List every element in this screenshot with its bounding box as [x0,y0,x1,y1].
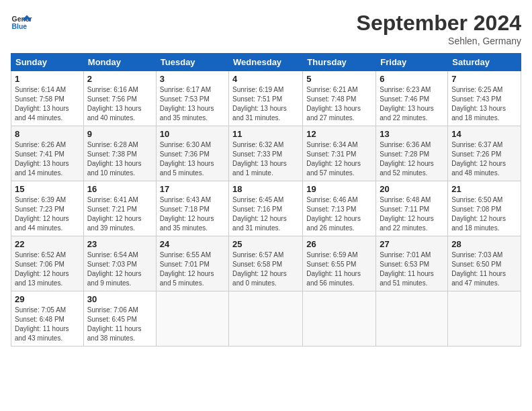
day-number: 1 [15,74,80,84]
calendar-day-cell: 4 Sunrise: 6:19 AM Sunset: 7:51 PM Dayli… [229,71,303,126]
calendar-day-cell: 25 Sunrise: 6:57 AM Sunset: 6:58 PM Dayl… [229,236,303,291]
calendar-day-cell: 29 Sunrise: 7:05 AM Sunset: 6:48 PM Dayl… [11,291,84,347]
calendar-week-row: 29 Sunrise: 7:05 AM Sunset: 6:48 PM Dayl… [11,291,521,347]
day-info: Sunrise: 6:17 AM Sunset: 7:53 PM Dayligh… [160,85,225,123]
day-info: Sunrise: 6:48 AM Sunset: 7:11 PM Dayligh… [380,195,444,233]
day-info: Sunrise: 6:57 AM Sunset: 6:58 PM Dayligh… [232,250,299,288]
calendar-day-cell: 18 Sunrise: 6:45 AM Sunset: 7:16 PM Dayl… [229,181,303,236]
calendar-day-cell: 8 Sunrise: 6:26 AM Sunset: 7:41 PM Dayli… [11,126,84,181]
day-number: 7 [451,74,517,84]
calendar-week-row: 15 Sunrise: 6:39 AM Sunset: 7:23 PM Dayl… [11,181,521,236]
day-info: Sunrise: 6:36 AM Sunset: 7:28 PM Dayligh… [380,140,444,178]
day-info: Sunrise: 6:32 AM Sunset: 7:33 PM Dayligh… [232,140,299,178]
day-number: 14 [451,129,517,139]
day-info: Sunrise: 6:46 AM Sunset: 7:13 PM Dayligh… [306,195,372,233]
day-info: Sunrise: 6:54 AM Sunset: 7:03 PM Dayligh… [87,250,152,288]
calendar-day-cell: 27 Sunrise: 7:01 AM Sunset: 6:53 PM Dayl… [376,236,448,291]
day-info: Sunrise: 6:41 AM Sunset: 7:21 PM Dayligh… [87,195,152,233]
day-number: 28 [451,239,517,249]
calendar-day-cell: 19 Sunrise: 6:46 AM Sunset: 7:13 PM Dayl… [303,181,376,236]
day-number: 5 [306,74,372,84]
day-number: 24 [160,239,225,249]
day-number: 18 [232,184,299,194]
day-info: Sunrise: 6:25 AM Sunset: 7:43 PM Dayligh… [451,85,517,123]
day-info: Sunrise: 6:45 AM Sunset: 7:16 PM Dayligh… [232,195,299,233]
day-number: 25 [232,239,299,249]
calendar-day-cell: 12 Sunrise: 6:34 AM Sunset: 7:31 PM Dayl… [303,126,376,181]
calendar-day-cell: 1 Sunrise: 6:14 AM Sunset: 7:58 PM Dayli… [11,71,84,126]
day-info: Sunrise: 6:50 AM Sunset: 7:08 PM Dayligh… [451,195,517,233]
day-number: 16 [87,184,152,194]
calendar-container: General Blue September 2024 Sehlen, Germ… [0,0,532,353]
calendar-day-cell: 6 Sunrise: 6:23 AM Sunset: 7:46 PM Dayli… [376,71,448,126]
day-info: Sunrise: 6:28 AM Sunset: 7:38 PM Dayligh… [87,140,152,178]
day-number: 27 [380,239,444,249]
day-info: Sunrise: 6:23 AM Sunset: 7:46 PM Dayligh… [380,85,444,123]
calendar-day-cell: 14 Sunrise: 6:37 AM Sunset: 7:26 PM Dayl… [448,126,521,181]
day-number: 19 [306,184,372,194]
day-info: Sunrise: 6:52 AM Sunset: 7:06 PM Dayligh… [15,250,80,288]
logo: General Blue [11,11,32,32]
day-number: 9 [87,129,152,139]
calendar-day-cell: 28 Sunrise: 7:03 AM Sunset: 6:50 PM Dayl… [448,236,521,291]
calendar-week-row: 1 Sunrise: 6:14 AM Sunset: 7:58 PM Dayli… [11,71,521,126]
calendar-day-cell: 2 Sunrise: 6:16 AM Sunset: 7:56 PM Dayli… [83,71,156,126]
col-sunday: Sunday [11,54,84,71]
col-tuesday: Tuesday [156,54,228,71]
day-info: Sunrise: 6:55 AM Sunset: 7:01 PM Dayligh… [160,250,225,288]
calendar-day-cell [448,291,521,347]
day-number: 29 [15,294,80,304]
day-info: Sunrise: 6:39 AM Sunset: 7:23 PM Dayligh… [15,195,80,233]
day-info: Sunrise: 6:21 AM Sunset: 7:48 PM Dayligh… [306,85,372,123]
calendar-day-cell: 11 Sunrise: 6:32 AM Sunset: 7:33 PM Dayl… [229,126,303,181]
calendar-day-cell: 26 Sunrise: 6:59 AM Sunset: 6:55 PM Dayl… [303,236,376,291]
day-info: Sunrise: 6:43 AM Sunset: 7:18 PM Dayligh… [160,195,225,233]
day-number: 22 [15,239,80,249]
day-info: Sunrise: 6:30 AM Sunset: 7:36 PM Dayligh… [160,140,225,178]
day-info: Sunrise: 6:16 AM Sunset: 7:56 PM Dayligh… [87,85,152,123]
calendar-day-cell: 23 Sunrise: 6:54 AM Sunset: 7:03 PM Dayl… [83,236,156,291]
calendar-day-cell: 20 Sunrise: 6:48 AM Sunset: 7:11 PM Dayl… [376,181,448,236]
col-friday: Friday [376,54,448,71]
calendar-day-cell [156,291,228,347]
calendar-day-cell: 15 Sunrise: 6:39 AM Sunset: 7:23 PM Dayl… [11,181,84,236]
day-number: 17 [160,184,225,194]
day-info: Sunrise: 7:01 AM Sunset: 6:53 PM Dayligh… [380,250,444,288]
col-saturday: Saturday [448,54,521,71]
calendar-day-cell: 5 Sunrise: 6:21 AM Sunset: 7:48 PM Dayli… [303,71,376,126]
calendar-week-row: 22 Sunrise: 6:52 AM Sunset: 7:06 PM Dayl… [11,236,521,291]
day-number: 20 [380,184,444,194]
calendar-table: Sunday Monday Tuesday Wednesday Thursday… [11,53,521,347]
col-monday: Monday [83,54,156,71]
calendar-day-cell: 10 Sunrise: 6:30 AM Sunset: 7:36 PM Dayl… [156,126,228,181]
month-title: September 2024 [357,11,521,36]
day-info: Sunrise: 6:26 AM Sunset: 7:41 PM Dayligh… [15,140,80,178]
logo-icon: General Blue [11,11,32,32]
title-block: September 2024 Sehlen, Germany [357,11,521,46]
day-number: 15 [15,184,80,194]
col-wednesday: Wednesday [229,54,303,71]
day-number: 11 [232,129,299,139]
calendar-day-cell [229,291,303,347]
day-number: 30 [87,294,152,304]
day-number: 21 [451,184,517,194]
calendar-day-cell: 30 Sunrise: 7:06 AM Sunset: 6:45 PM Dayl… [83,291,156,347]
calendar-week-row: 8 Sunrise: 6:26 AM Sunset: 7:41 PM Dayli… [11,126,521,181]
day-info: Sunrise: 7:05 AM Sunset: 6:48 PM Dayligh… [15,306,80,343]
day-info: Sunrise: 7:03 AM Sunset: 6:50 PM Dayligh… [451,250,517,288]
location-subtitle: Sehlen, Germany [357,36,521,46]
calendar-day-cell: 21 Sunrise: 6:50 AM Sunset: 7:08 PM Dayl… [448,181,521,236]
day-number: 8 [15,129,80,139]
calendar-day-cell: 22 Sunrise: 6:52 AM Sunset: 7:06 PM Dayl… [11,236,84,291]
day-number: 26 [306,239,372,249]
day-number: 4 [232,74,299,84]
col-thursday: Thursday [303,54,376,71]
header-row-days: Sunday Monday Tuesday Wednesday Thursday… [11,54,521,71]
calendar-day-cell: 16 Sunrise: 6:41 AM Sunset: 7:21 PM Dayl… [83,181,156,236]
day-number: 23 [87,239,152,249]
day-number: 13 [380,129,444,139]
calendar-day-cell: 9 Sunrise: 6:28 AM Sunset: 7:38 PM Dayli… [83,126,156,181]
day-info: Sunrise: 7:06 AM Sunset: 6:45 PM Dayligh… [87,306,152,343]
day-number: 12 [306,129,372,139]
header-row: General Blue September 2024 Sehlen, Germ… [11,11,521,46]
